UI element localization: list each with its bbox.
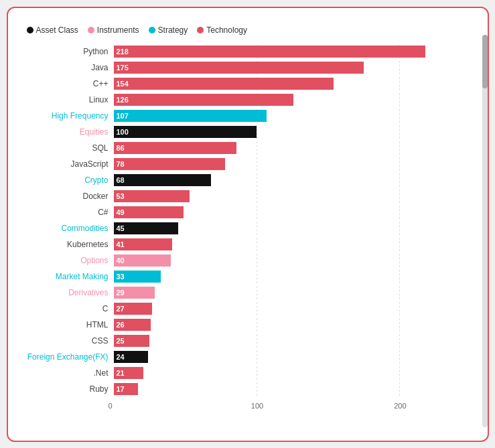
grid-line [399,206,400,219]
bar-fill: 26 [114,319,151,331]
bar-track: 41 [114,238,474,250]
bar-fill: 49 [114,206,184,218]
bar-fill: 33 [114,271,161,283]
bar-track: 40 [114,254,474,267]
bar-label: C# [15,208,114,217]
grid-line [257,254,257,267]
bar-track: 29 [114,287,474,299]
grid-line [257,382,257,396]
bar-fill: 126 [114,94,294,106]
legend-dot [27,27,33,33]
bar-track: 100 [114,126,474,138]
scrollbar-thumb[interactable] [482,35,488,88]
bar-row: Python218 [15,44,474,59]
bar-track: 107 [114,110,474,122]
bar-label: Equities [15,127,114,137]
grid-line [399,382,400,396]
grid-line [399,109,400,123]
legend-dot [88,27,94,33]
bar-fill: 154 [114,78,334,90]
bar-track: 45 [114,222,474,234]
grid-line [399,254,400,267]
bar-value: 86 [117,144,125,152]
legend-item: Technology [197,25,247,35]
bar-label: Python [15,47,114,56]
bar-label: JavaScript [15,159,114,169]
grid-line [257,141,257,155]
grid-line [257,302,257,315]
grid-line [257,286,257,299]
bar-row: Docker53 [15,189,474,204]
bar-fill: 218 [114,46,425,58]
bar-value: 107 [117,112,129,120]
legend-dot [149,27,155,33]
bar-label: High Frequency [15,111,114,121]
bar-fill: 86 [114,142,236,154]
grid-line [399,141,400,155]
grid-line [399,93,400,106]
bar-row: C27 [15,301,474,316]
scrollbar[interactable] [482,35,488,427]
grid-line [399,302,400,315]
bar-value: 218 [117,48,129,56]
bar-track: 86 [114,142,474,154]
bar-track: 27 [114,303,474,315]
bar-row: Equities100 [15,125,474,139]
bar-value: 126 [117,96,129,104]
grid-line [399,125,400,139]
bar-label: Kubernetes [15,240,114,249]
legend-dot [197,27,204,33]
bar-value: 154 [117,80,129,88]
grid-line [257,190,257,203]
bar-fill: 24 [114,351,148,363]
bar-row: C#49 [15,205,474,220]
bar-value: 25 [117,337,125,345]
x-tick: 200 [394,402,406,410]
bar-track: 68 [114,174,474,186]
grid-line [257,125,257,139]
bar-label: Commodities [15,224,114,233]
bar-label: HTML [15,320,114,329]
bar-label: C++ [15,79,114,88]
grid-line [399,173,400,187]
grid-line [399,334,400,348]
bar-track: 78 [114,158,474,170]
grid-line [399,190,400,203]
legend-item: Asset Class [27,25,78,35]
bar-row: C++154 [15,76,474,91]
grid-line [399,157,400,171]
bar-value: 49 [117,208,125,216]
bars-wrapper: Python218Java175C++154Linux126High Frequ… [15,44,474,398]
bar-fill: 175 [114,62,364,74]
bar-row: .Net21 [15,366,474,380]
bar-row: Foreign Exchange(FX)24 [15,350,474,364]
grid-line [399,238,400,251]
grid-line [399,222,400,235]
bar-label: Market Making [15,272,114,281]
x-tick: 100 [251,402,263,410]
grid-line [257,173,257,187]
bar-value: 17 [117,385,125,393]
bar-fill: 41 [114,238,172,250]
bar-track: 25 [114,335,474,347]
bar-fill: 29 [114,287,155,299]
grid-line [257,350,257,364]
bar-value: 40 [117,256,125,265]
bar-track: 154 [114,78,474,90]
bar-label: C [15,304,114,313]
legend: Asset ClassInstrumentsStrategyTechnology [15,25,474,35]
bar-label: SQL [15,143,114,153]
bar-value: 45 [117,224,125,232]
bar-track: 33 [114,271,474,283]
bar-label: Crypto [15,175,114,185]
bar-fill: 53 [114,190,190,202]
bar-fill: 17 [114,383,138,395]
bar-value: 53 [117,192,125,200]
grid-line [399,270,400,283]
bar-row: Kubernetes41 [15,237,474,252]
grid-line [257,334,257,348]
grid-line [399,350,400,364]
grid-line [399,286,400,299]
bar-fill: 100 [114,126,257,138]
bar-track: 49 [114,206,474,218]
